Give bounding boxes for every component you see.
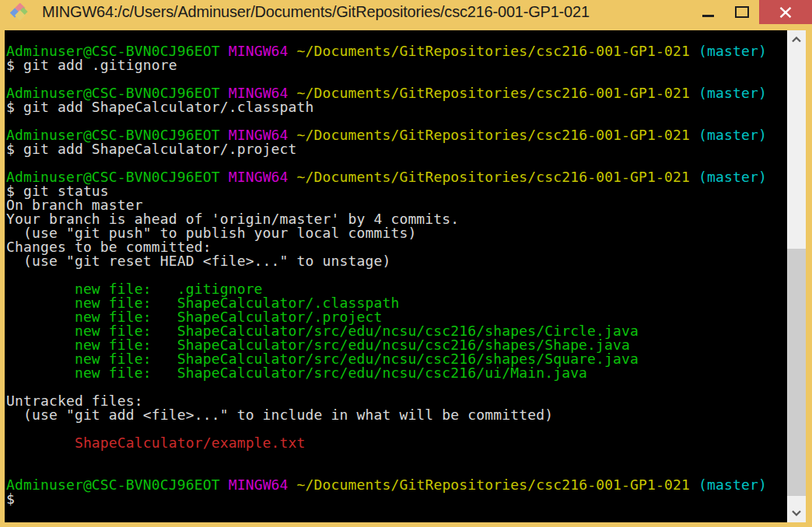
terminal-text-segment: $ git add ShapeCalculator/.project [6, 141, 297, 157]
terminal-line: (use "git add <file>..." to include in w… [5, 408, 787, 422]
terminal-text-segment: $ git add ShapeCalculator/.classpath [6, 99, 314, 115]
close-icon [779, 7, 792, 18]
terminal-line: ShapeCalculator/example.txt [5, 436, 787, 450]
terminal-text-segment [289, 169, 297, 185]
minimize-button[interactable] [691, 0, 725, 24]
terminal-text-segment: MINGW64 [229, 43, 289, 59]
chevron-up-icon [792, 37, 801, 43]
terminal-text-segment [690, 169, 698, 185]
terminal-text-segment: (master) [698, 169, 767, 185]
terminal-line: $ [5, 492, 787, 506]
terminal-text-segment [220, 476, 229, 493]
chevron-down-icon [792, 510, 801, 516]
terminal-text-segment: ~/Documents/GitRepositories/csc216-001-G… [297, 127, 690, 143]
terminal-text-segment: new file: ShapeCalculator/src/edu/ncsu/c… [6, 365, 587, 381]
terminal-text-segment [690, 43, 698, 59]
title-bar[interactable]: MINGW64:/c/Users/Adminuser/Documents/Git… [0, 0, 812, 24]
terminal-text-segment: ~/Documents/GitRepositories/csc216-001-G… [297, 169, 690, 185]
scroll-up-button[interactable] [787, 30, 806, 49]
terminal-text-segment [690, 85, 698, 101]
terminal-text-segment: ~/Documents/GitRepositories/csc216-001-G… [297, 43, 690, 59]
terminal-line: new file: ShapeCalculator/src/edu/ncsu/c… [5, 366, 787, 380]
app-icon[interactable] [10, 3, 29, 22]
maximize-icon [735, 6, 749, 18]
terminal-text-segment [690, 127, 698, 143]
terminal-line: (use "git reset HEAD <file>..." to unsta… [5, 254, 787, 268]
terminal-line: Adminuser@CSC-BVN0CJ96EOT MINGW64 ~/Docu… [5, 170, 787, 184]
msys-diamond-icon [10, 3, 29, 22]
terminal-text-segment: ~/Documents/GitRepositories/csc216-001-G… [297, 476, 690, 493]
scroll-down-button[interactable] [787, 504, 806, 522]
terminal-text-segment [289, 43, 297, 59]
terminal-line: Adminuser@CSC-BVN0CJ96EOT MINGW64 ~/Docu… [5, 478, 787, 492]
terminal-text-segment: ShapeCalculator/example.txt [6, 435, 306, 451]
terminal-text-segment: (use "git reset HEAD <file>..." to unsta… [6, 253, 390, 269]
window-title: MINGW64:/c/Users/Adminuser/Documents/Git… [42, 3, 691, 21]
terminal-text-segment: $ git add .gitignore [6, 57, 177, 73]
scrollbar-thumb[interactable] [787, 249, 806, 496]
terminal-line [5, 450, 787, 464]
terminal-text-segment: MINGW64 [229, 169, 289, 185]
terminal-line: $ git add .gitignore [5, 58, 787, 72]
terminal-text-segment [289, 476, 297, 493]
terminal-line: $ git add ShapeCalculator/.project [5, 142, 787, 156]
terminal-text-segment [220, 43, 229, 59]
terminal-text-segment: Adminuser@CSC-BVN0CJ96EOT [6, 476, 220, 493]
terminal-text-segment: (master) [698, 43, 767, 59]
terminal-text-segment: $ [6, 490, 15, 507]
close-button[interactable] [759, 0, 812, 24]
terminal-text-segment [690, 476, 698, 493]
minimize-icon [702, 15, 714, 17]
terminal-text-segment: (master) [698, 476, 767, 493]
terminal-text-segment: ~/Documents/GitRepositories/csc216-001-G… [297, 85, 690, 101]
terminal-text-segment [220, 169, 229, 185]
terminal-screen[interactable]: Adminuser@CSC-BVN0CJ96EOT MINGW64 ~/Docu… [5, 30, 787, 522]
scrollbar[interactable] [787, 30, 806, 522]
terminal-line: $ git add ShapeCalculator/.classpath [5, 100, 787, 114]
maximize-button[interactable] [725, 0, 759, 24]
terminal-text-segment: (master) [698, 127, 767, 143]
terminal-text-segment: (use "git add <file>..." to include in w… [6, 407, 553, 423]
app-window: { "window": { "title": "MINGW64:/c/Users… [0, 0, 812, 527]
terminal-text-segment: (master) [698, 85, 767, 101]
terminal-text-segment: MINGW64 [229, 476, 289, 493]
